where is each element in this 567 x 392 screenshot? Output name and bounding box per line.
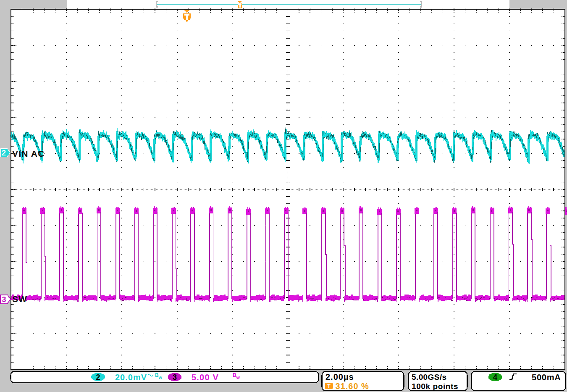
svg-text:W: W [236,376,240,380]
svg-text:500mA: 500mA [532,373,561,382]
svg-text:20.0mV: 20.0mV [115,373,147,382]
svg-text:5.00GS/s: 5.00GS/s [412,373,446,381]
svg-text:2.00µs: 2.00µs [326,372,354,381]
svg-text:31.60 %: 31.60 % [336,381,369,391]
svg-text:3: 3 [173,373,177,381]
svg-text:100k points: 100k points [412,382,458,391]
svg-text:W: W [159,376,163,380]
svg-text:2: 2 [2,149,6,157]
svg-text:SW: SW [12,294,27,304]
svg-text:2: 2 [96,373,100,381]
svg-text:3: 3 [2,295,6,304]
svg-text:T: T [327,383,331,389]
svg-text:5.00 V: 5.00 V [192,373,219,382]
svg-text:VIN AC: VIN AC [12,149,45,158]
svg-text:4: 4 [493,373,497,381]
